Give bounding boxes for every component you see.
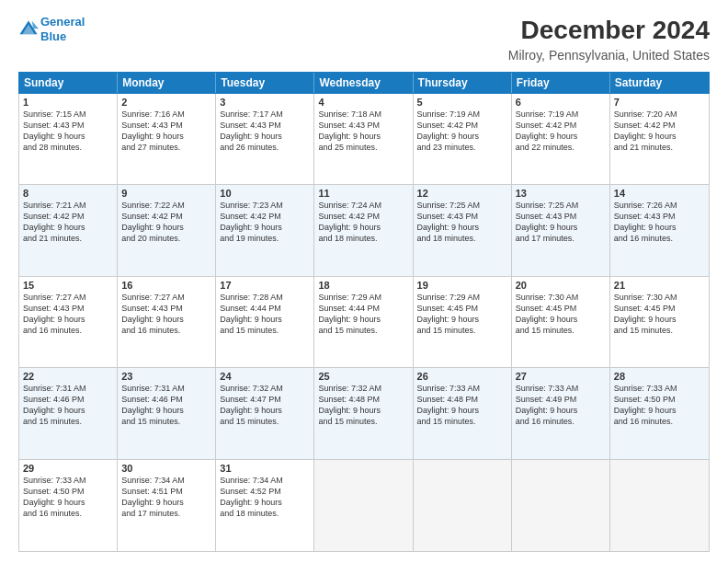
day-number: 31 — [220, 463, 310, 474]
cell-info: Sunrise: 7:27 AM Sunset: 4:43 PM Dayligh… — [23, 292, 113, 337]
cell-info: Sunrise: 7:25 AM Sunset: 4:43 PM Dayligh… — [417, 200, 507, 245]
cell-info: Sunrise: 7:26 AM Sunset: 4:43 PM Dayligh… — [614, 200, 705, 245]
day-number: 3 — [220, 97, 310, 108]
header-day-sunday: Sunday — [19, 73, 118, 93]
cal-cell — [414, 460, 512, 551]
cal-cell: 23Sunrise: 7:31 AM Sunset: 4:46 PM Dayli… — [118, 368, 216, 458]
cell-info: Sunrise: 7:33 AM Sunset: 4:48 PM Dayligh… — [417, 383, 507, 428]
day-number: 8 — [23, 188, 113, 199]
cal-cell — [512, 460, 610, 551]
cell-info: Sunrise: 7:28 AM Sunset: 4:44 PM Dayligh… — [220, 292, 310, 337]
cal-cell: 3Sunrise: 7:17 AM Sunset: 4:43 PM Daylig… — [216, 94, 314, 184]
day-number: 13 — [516, 188, 606, 199]
cell-info: Sunrise: 7:19 AM Sunset: 4:42 PM Dayligh… — [516, 109, 606, 154]
header-day-friday: Friday — [512, 73, 610, 93]
logo-general: General — [40, 15, 85, 29]
cal-cell: 20Sunrise: 7:30 AM Sunset: 4:45 PM Dayli… — [512, 277, 610, 367]
cell-info: Sunrise: 7:21 AM Sunset: 4:42 PM Dayligh… — [23, 200, 113, 245]
cal-cell: 1Sunrise: 7:15 AM Sunset: 4:43 PM Daylig… — [19, 94, 118, 184]
cal-cell: 19Sunrise: 7:29 AM Sunset: 4:45 PM Dayli… — [414, 277, 512, 367]
cal-cell: 25Sunrise: 7:32 AM Sunset: 4:48 PM Dayli… — [314, 368, 413, 458]
day-number: 1 — [23, 97, 113, 108]
day-number: 21 — [614, 280, 705, 291]
cell-info: Sunrise: 7:29 AM Sunset: 4:45 PM Dayligh… — [417, 292, 507, 337]
day-number: 9 — [121, 188, 211, 199]
day-number: 25 — [318, 371, 408, 382]
calendar: SundayMondayTuesdayWednesdayThursdayFrid… — [18, 72, 710, 552]
cell-info: Sunrise: 7:24 AM Sunset: 4:42 PM Dayligh… — [318, 200, 408, 245]
day-number: 26 — [417, 371, 507, 382]
cell-info: Sunrise: 7:31 AM Sunset: 4:46 PM Dayligh… — [121, 383, 211, 428]
cell-info: Sunrise: 7:18 AM Sunset: 4:43 PM Dayligh… — [318, 109, 408, 154]
day-number: 16 — [121, 280, 211, 291]
day-number: 7 — [614, 97, 705, 108]
cell-info: Sunrise: 7:27 AM Sunset: 4:43 PM Dayligh… — [121, 292, 211, 337]
title-block: December 2024 Milroy, Pennsylvania, Unit… — [508, 15, 710, 63]
day-number: 19 — [417, 280, 507, 291]
cal-cell: 7Sunrise: 7:20 AM Sunset: 4:42 PM Daylig… — [610, 94, 709, 184]
header-day-saturday: Saturday — [610, 73, 709, 93]
cal-cell: 31Sunrise: 7:34 AM Sunset: 4:52 PM Dayli… — [216, 460, 314, 551]
cal-cell: 8Sunrise: 7:21 AM Sunset: 4:42 PM Daylig… — [19, 185, 118, 275]
cell-info: Sunrise: 7:34 AM Sunset: 4:51 PM Dayligh… — [121, 475, 211, 520]
cal-cell: 21Sunrise: 7:30 AM Sunset: 4:45 PM Dayli… — [610, 277, 709, 367]
day-number: 18 — [318, 280, 408, 291]
day-number: 24 — [220, 371, 310, 382]
day-number: 11 — [318, 188, 408, 199]
header-day-thursday: Thursday — [414, 73, 512, 93]
cal-cell: 13Sunrise: 7:25 AM Sunset: 4:43 PM Dayli… — [512, 185, 610, 275]
cell-info: Sunrise: 7:33 AM Sunset: 4:49 PM Dayligh… — [516, 383, 606, 428]
cell-info: Sunrise: 7:25 AM Sunset: 4:43 PM Dayligh… — [516, 200, 606, 245]
cell-info: Sunrise: 7:34 AM Sunset: 4:52 PM Dayligh… — [220, 475, 310, 520]
cal-row: 1Sunrise: 7:15 AM Sunset: 4:43 PM Daylig… — [19, 94, 709, 185]
cal-cell: 14Sunrise: 7:26 AM Sunset: 4:43 PM Dayli… — [610, 185, 709, 275]
day-number: 27 — [516, 371, 606, 382]
logo-text: General Blue — [40, 15, 85, 43]
cell-info: Sunrise: 7:30 AM Sunset: 4:45 PM Dayligh… — [614, 292, 705, 337]
cal-cell: 17Sunrise: 7:28 AM Sunset: 4:44 PM Dayli… — [216, 277, 314, 367]
header-day-wednesday: Wednesday — [314, 73, 413, 93]
cell-info: Sunrise: 7:30 AM Sunset: 4:45 PM Dayligh… — [516, 292, 606, 337]
cal-row: 29Sunrise: 7:33 AM Sunset: 4:50 PM Dayli… — [19, 460, 709, 551]
day-number: 29 — [23, 463, 113, 474]
header-day-tuesday: Tuesday — [216, 73, 314, 93]
cal-cell: 27Sunrise: 7:33 AM Sunset: 4:49 PM Dayli… — [512, 368, 610, 458]
logo-blue: Blue — [40, 29, 66, 43]
cal-cell: 16Sunrise: 7:27 AM Sunset: 4:43 PM Dayli… — [118, 277, 216, 367]
day-number: 23 — [121, 371, 211, 382]
day-number: 14 — [614, 188, 705, 199]
day-number: 30 — [121, 463, 211, 474]
calendar-body: 1Sunrise: 7:15 AM Sunset: 4:43 PM Daylig… — [18, 94, 710, 552]
cal-cell: 4Sunrise: 7:18 AM Sunset: 4:43 PM Daylig… — [314, 94, 413, 184]
cell-info: Sunrise: 7:31 AM Sunset: 4:46 PM Dayligh… — [23, 383, 113, 428]
cal-cell: 6Sunrise: 7:19 AM Sunset: 4:42 PM Daylig… — [512, 94, 610, 184]
calendar-header: SundayMondayTuesdayWednesdayThursdayFrid… — [18, 72, 710, 94]
day-number: 15 — [23, 280, 113, 291]
cal-cell: 9Sunrise: 7:22 AM Sunset: 4:42 PM Daylig… — [118, 185, 216, 275]
cell-info: Sunrise: 7:32 AM Sunset: 4:48 PM Dayligh… — [318, 383, 408, 428]
cal-cell: 12Sunrise: 7:25 AM Sunset: 4:43 PM Dayli… — [414, 185, 512, 275]
cal-cell: 5Sunrise: 7:19 AM Sunset: 4:42 PM Daylig… — [414, 94, 512, 184]
cal-row: 8Sunrise: 7:21 AM Sunset: 4:42 PM Daylig… — [19, 185, 709, 276]
day-number: 22 — [23, 371, 113, 382]
logo: General Blue — [18, 15, 85, 43]
day-number: 6 — [516, 97, 606, 108]
cell-info: Sunrise: 7:33 AM Sunset: 4:50 PM Dayligh… — [614, 383, 705, 428]
cal-cell: 22Sunrise: 7:31 AM Sunset: 4:46 PM Dayli… — [19, 368, 118, 458]
cal-cell: 10Sunrise: 7:23 AM Sunset: 4:42 PM Dayli… — [216, 185, 314, 275]
cal-cell: 11Sunrise: 7:24 AM Sunset: 4:42 PM Dayli… — [314, 185, 413, 275]
day-number: 5 — [417, 97, 507, 108]
cal-cell — [610, 460, 709, 551]
cal-cell: 28Sunrise: 7:33 AM Sunset: 4:50 PM Dayli… — [610, 368, 709, 458]
day-number: 10 — [220, 188, 310, 199]
main-title: December 2024 — [508, 15, 710, 46]
cal-row: 22Sunrise: 7:31 AM Sunset: 4:46 PM Dayli… — [19, 368, 709, 459]
cell-info: Sunrise: 7:32 AM Sunset: 4:47 PM Dayligh… — [220, 383, 310, 428]
cal-cell — [314, 460, 413, 551]
day-number: 12 — [417, 188, 507, 199]
header: General Blue December 2024 Milroy, Penns… — [18, 15, 710, 63]
header-day-monday: Monday — [118, 73, 216, 93]
logo-icon — [18, 19, 39, 40]
cal-cell: 26Sunrise: 7:33 AM Sunset: 4:48 PM Dayli… — [414, 368, 512, 458]
cell-info: Sunrise: 7:22 AM Sunset: 4:42 PM Dayligh… — [121, 200, 211, 245]
